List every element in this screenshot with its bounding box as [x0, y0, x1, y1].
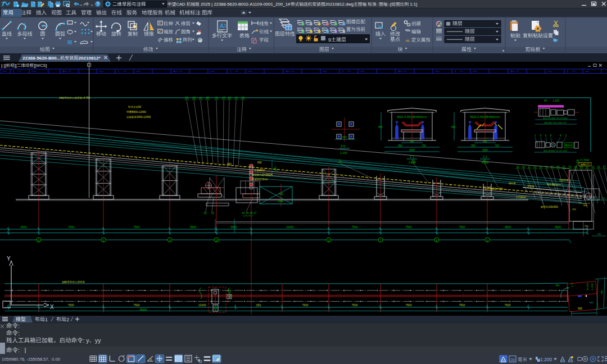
- svg-text:3: 3: [216, 239, 218, 242]
- svg-text:1:200: 1:200: [540, 357, 552, 362]
- svg-text:5: 5: [103, 239, 105, 242]
- svg-text:800: 800: [410, 140, 414, 143]
- svg-text:3600: 3600: [409, 149, 415, 152]
- svg-text:7500: 7500: [459, 303, 465, 307]
- svg-text:700: 700: [422, 144, 426, 147]
- svg-text:950: 950: [471, 144, 475, 147]
- svg-text:7500: 7500: [302, 303, 308, 307]
- svg-text:11000: 11000: [286, 225, 294, 229]
- svg-text:X: X: [50, 304, 54, 310]
- svg-text:950: 950: [451, 126, 456, 129]
- svg-text:38: 38: [206, 96, 209, 99]
- svg-text:20210812*: 20210812*: [79, 56, 101, 61]
- svg-text:40: 40: [215, 96, 218, 99]
- svg-text:CAD: CAD: [176, 2, 186, 7]
- svg-text:800 28 845 78 170 (50): 800 28 845 78 170 (50): [543, 149, 567, 152]
- svg-text::-[: :-[: [387, 2, 392, 7]
- svg-text:74: 74: [568, 165, 572, 169]
- svg-text:4: 4: [169, 239, 171, 242]
- svg-text:27: 27: [254, 212, 257, 215]
- svg-text:1:100: 1:100: [409, 161, 416, 164]
- svg-text:11: 11: [199, 96, 202, 99]
- svg-text:600: 600: [583, 204, 587, 207]
- svg-text:37: 37: [222, 96, 225, 99]
- svg-text:4800: 4800: [505, 225, 511, 229]
- svg-text:4900: 4900: [555, 225, 561, 229]
- svg-text::: :: [377, 2, 379, 7]
- svg-text:240: 240: [597, 233, 601, 235]
- svg-text:26: 26: [250, 212, 253, 215]
- svg-text:B=650: B=650: [554, 183, 561, 186]
- svg-text:44: 44: [574, 165, 577, 169]
- svg-text:27: 27: [563, 165, 566, 169]
- svg-text:45: 45: [544, 99, 547, 102]
- svg-text:200: 200: [572, 208, 576, 211]
- svg-text:7500: 7500: [133, 225, 139, 229]
- svg-text:200+-600: 200+-600: [492, 188, 504, 190]
- svg-text:50: 50: [138, 106, 142, 108]
- svg-text:950: 950: [378, 126, 383, 129]
- svg-text:41: 41: [234, 96, 238, 99]
- svg-text:4.75: 4.75: [585, 163, 590, 166]
- svg-text:600: 600: [227, 163, 232, 166]
- svg-text:54: 54: [580, 165, 583, 169]
- svg-text:7500: 7500: [68, 225, 74, 229]
- svg-text:39: 39: [185, 96, 188, 99]
- svg-text:7500: 7500: [459, 225, 465, 229]
- svg-text:600: 600: [257, 161, 262, 164]
- svg-text:600: 600: [601, 197, 605, 199]
- svg-text:58000: 58000: [140, 308, 147, 311]
- svg-text:A: A: [220, 22, 224, 29]
- svg-text:7500: 7500: [67, 303, 74, 307]
- svg-text:31: 31: [516, 165, 519, 169]
- svg-text:950: 950: [398, 144, 402, 147]
- svg-text:51: 51: [545, 165, 549, 169]
- svg-text:4.75: 4.75: [570, 282, 573, 287]
- svg-text:?: ?: [97, 1, 99, 7]
- svg-text:42: 42: [522, 165, 526, 169]
- svg-text:800 250 845 70 170 600: 800 250 845 70 170 600: [543, 117, 568, 120]
- svg-text:1:100: 1:100: [340, 151, 347, 154]
- svg-text:2: 2: [66, 317, 69, 322]
- svg-text:3600: 3600: [482, 149, 488, 152]
- svg-text:18: 18: [211, 212, 215, 215]
- svg-text:11: 11: [528, 165, 531, 169]
- svg-text:1#: 1#: [59, 97, 62, 99]
- svg-text:57: 57: [603, 165, 606, 169]
- svg-text:][WCS]: ][WCS]: [34, 63, 47, 68]
- svg-text:600: 600: [279, 193, 283, 195]
- svg-text:: y: : y: [83, 337, 90, 344]
- svg-text:1059980.76, -155058.57, 0.00: 1059980.76, -155058.57, 0.00: [2, 357, 60, 362]
- svg-text:54: 54: [551, 165, 554, 169]
- svg-text:45: 45: [576, 159, 579, 162]
- svg-text:B800: B800: [259, 169, 265, 172]
- svg-text:800: 800: [483, 140, 487, 143]
- svg-text:1: 1: [45, 317, 48, 322]
- svg-text:30: 30: [204, 212, 207, 215]
- svg-text:1:1]: 1:1]: [409, 2, 417, 7]
- svg-text:71: 71: [338, 159, 342, 162]
- svg-text::: :: [18, 347, 20, 353]
- svg-text:Y: Y: [7, 256, 11, 262]
- svg-text:DTII(A): DTII(A): [516, 195, 524, 198]
- svg-text:600: 600: [342, 136, 347, 139]
- svg-text:3-5: 3-5: [341, 144, 345, 148]
- svg-text:7500: 7500: [133, 303, 139, 307]
- svg-text:1:100: 1:100: [482, 161, 489, 164]
- svg-text:600: 600: [274, 166, 277, 171]
- svg-text:2025 | 22388-5620-B002-A1109-0: 2025 | 22388-5620-B002-A1109-0001_Z00_1#: [200, 2, 291, 7]
- svg-text:B=650: B=650: [586, 283, 589, 290]
- svg-text:Q=300t/h: Q=300t/h: [262, 174, 273, 176]
- svg-text:L=980: L=980: [591, 283, 594, 289]
- svg-text:20210812.dwg: 20210812.dwg: [325, 2, 354, 7]
- svg-text:(50): (50): [256, 303, 261, 307]
- svg-text:5500: 5500: [190, 225, 196, 229]
- svg-text:1-1: 1-1: [410, 155, 414, 158]
- svg-text:43: 43: [533, 165, 537, 169]
- svg-text:1#: 1#: [62, 281, 65, 284]
- svg-text:7: 7: [380, 239, 382, 242]
- svg-text:≔: ≔: [405, 38, 410, 43]
- svg-text:71.7000: 71.7000: [580, 159, 590, 162]
- svg-text:7500: 7500: [405, 303, 411, 307]
- svg-text:5500: 5500: [230, 225, 237, 229]
